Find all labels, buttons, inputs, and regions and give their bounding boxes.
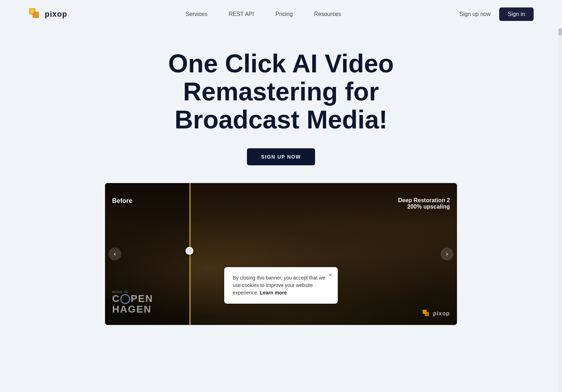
label-after-title: Deep Restoration 2: [398, 197, 450, 204]
carousel-prev-button[interactable]: ‹: [109, 248, 121, 260]
chevron-left-icon: ‹: [114, 250, 116, 258]
label-after: Deep Restoration 2 200% upscaling: [398, 197, 450, 210]
watermark: made in CPEN HAGEN: [112, 290, 153, 314]
carousel-next-button[interactable]: ›: [441, 248, 453, 260]
cookie-text: By closing this banner, you accept that …: [233, 274, 329, 297]
sign-up-link[interactable]: Sign up now: [459, 11, 491, 17]
chevron-right-icon: ›: [446, 250, 448, 258]
video-demo: Before Deep Restoration 2 200% upscaling…: [105, 183, 457, 325]
hero-title: One Click AI Video Remastering for Broad…: [121, 50, 441, 134]
city-hagen: HAGEN: [112, 304, 151, 315]
nav-resources[interactable]: Resources: [314, 11, 341, 17]
label-before: Before: [112, 197, 132, 205]
nav-services[interactable]: Services: [186, 11, 207, 17]
pixop-watermark: pixop: [422, 309, 450, 318]
pixop-logo-icon: [28, 7, 42, 21]
sign-in-button[interactable]: Sign in: [499, 7, 534, 21]
city-pen: PEN: [131, 293, 153, 304]
scrollbar-track: [558, 0, 562, 392]
watermark-city: CPEN HAGEN: [112, 294, 153, 314]
svg-rect-2: [31, 10, 34, 13]
pixop-watermark-icon: [422, 309, 431, 318]
logo-text: pixop: [45, 10, 67, 19]
split-handle[interactable]: [186, 247, 193, 255]
nav-pricing[interactable]: Pricing: [275, 11, 293, 17]
cookie-close-button[interactable]: ×: [328, 271, 332, 279]
header-actions: Sign up now Sign in: [459, 7, 534, 21]
city-c: C: [112, 293, 120, 304]
city-o-ring: [120, 294, 130, 304]
main-nav: Services REST API Pricing Resources: [186, 11, 341, 17]
logo[interactable]: pixop: [28, 7, 67, 21]
cookie-learn-more[interactable]: Learn more: [260, 290, 287, 296]
label-after-subtitle: 200% upscaling: [398, 204, 450, 210]
pixop-watermark-text: pixop: [433, 310, 450, 317]
hero-section: One Click AI Video Remastering for Broad…: [0, 28, 562, 183]
nav-rest-api[interactable]: REST API: [228, 11, 254, 17]
svg-rect-4: [425, 312, 429, 316]
cookie-banner: × By closing this banner, you accept tha…: [224, 267, 338, 304]
hero-cta-button[interactable]: SIGN UP NOW: [247, 148, 315, 165]
header: pixop Services REST API Pricing Resource…: [0, 0, 562, 28]
